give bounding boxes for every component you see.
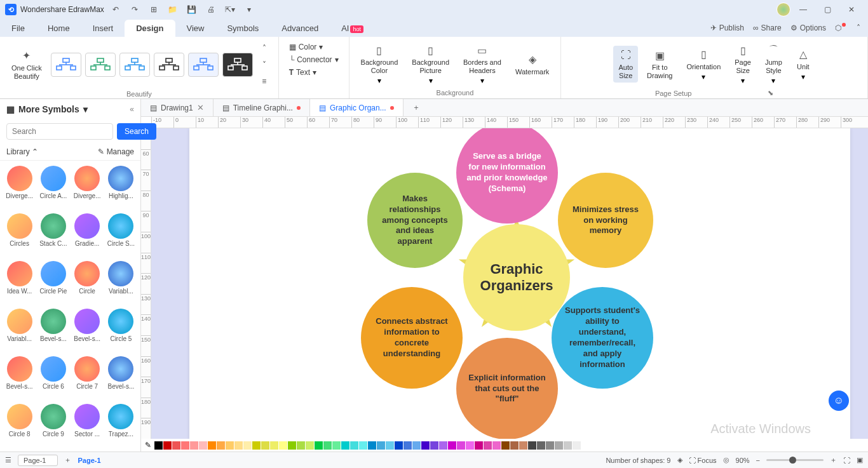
color-swatch[interactable] xyxy=(163,441,172,450)
color-swatch[interactable] xyxy=(457,441,465,450)
symbol-item[interactable]: Circle 6 xyxy=(37,355,69,400)
color-swatch[interactable] xyxy=(439,441,447,450)
redo-button[interactable]: ↷ xyxy=(127,2,142,17)
color-swatch[interactable] xyxy=(154,441,163,450)
page-dropdown[interactable]: Page-1 xyxy=(18,455,58,466)
symbol-item[interactable]: Gradie... xyxy=(72,212,103,257)
color-swatch[interactable] xyxy=(288,441,296,450)
color-swatch[interactable] xyxy=(501,441,510,450)
color-swatch[interactable] xyxy=(430,441,438,450)
color-swatch[interactable] xyxy=(368,441,376,450)
notifications-button[interactable]: ⬡ xyxy=(835,23,848,32)
color-swatch[interactable] xyxy=(306,441,314,450)
active-page-tab[interactable]: Page-1 xyxy=(78,457,100,464)
color-swatch[interactable] xyxy=(421,441,430,450)
tab-insert[interactable]: Insert xyxy=(81,20,125,37)
center-bubble[interactable]: Graphic Organizers xyxy=(463,224,570,331)
color-swatch[interactable] xyxy=(243,441,252,450)
color-swatch[interactable] xyxy=(252,441,261,450)
symbol-item[interactable]: Bevel-s... xyxy=(105,355,137,400)
theme-thumb-6[interactable] xyxy=(222,53,253,77)
panels-button[interactable]: ▣ xyxy=(857,456,863,464)
theme-thumb-3[interactable] xyxy=(119,53,150,77)
symbol-item[interactable]: Sector ... xyxy=(72,403,103,448)
color-swatch[interactable] xyxy=(528,441,536,450)
color-swatch[interactable] xyxy=(350,441,358,450)
symbol-item[interactable]: Circle 8 xyxy=(4,403,35,448)
color-swatch[interactable] xyxy=(199,441,207,450)
symbol-item[interactable]: Idea W... xyxy=(4,260,35,305)
dialog-launcher-icon[interactable]: ⬊ xyxy=(768,89,773,97)
symbol-item[interactable]: Bevel-s... xyxy=(4,355,35,400)
undo-button[interactable]: ↶ xyxy=(108,2,123,17)
color-swatch[interactable] xyxy=(341,441,349,450)
color-swatch[interactable] xyxy=(377,441,385,450)
tab-ai[interactable]: AIhot xyxy=(330,20,375,37)
color-swatch[interactable] xyxy=(386,441,394,450)
color-swatch[interactable] xyxy=(332,441,341,450)
symbol-item[interactable]: Circle Pie xyxy=(37,260,69,305)
user-avatar[interactable] xyxy=(776,3,790,17)
tab-home[interactable]: Home xyxy=(36,20,81,37)
symbol-item[interactable]: Circle 5 xyxy=(105,307,137,352)
symbol-item[interactable]: Variabl... xyxy=(4,307,35,352)
color-swatch[interactable] xyxy=(359,441,367,450)
color-swatch[interactable] xyxy=(466,441,474,450)
theme-thumb-1[interactable] xyxy=(51,53,81,77)
color-swatch[interactable] xyxy=(519,441,527,450)
minimize-button[interactable]: — xyxy=(792,1,815,18)
text-dropdown[interactable]: T Text ▾ xyxy=(285,66,320,79)
tab-design[interactable]: Design xyxy=(125,20,175,37)
orientation-button[interactable]: ▯Orientation▾ xyxy=(681,45,726,84)
pages-list-button[interactable]: ☰ xyxy=(5,456,11,464)
color-swatch[interactable] xyxy=(323,441,332,450)
close-button[interactable]: ✕ xyxy=(840,1,863,18)
symbol-item[interactable]: Circle xyxy=(72,260,103,305)
symbol-item[interactable]: Circle A... xyxy=(37,164,69,210)
color-swatch[interactable] xyxy=(573,441,581,450)
background-color-button[interactable]: ▯Background Color▾ xyxy=(356,41,403,88)
borders-headers-button[interactable]: ▭Borders and Headers▾ xyxy=(458,41,506,88)
one-click-beautify-button[interactable]: ✦ One Click Beautify xyxy=(6,46,47,83)
color-swatch[interactable] xyxy=(403,441,412,450)
color-swatch[interactable] xyxy=(555,441,563,450)
search-input[interactable] xyxy=(6,123,113,140)
assistant-fab[interactable]: ☺ xyxy=(829,391,849,411)
open-button[interactable]: 📁 xyxy=(165,2,180,17)
bubble-schema[interactable]: Serve as a bridge for new information an… xyxy=(456,128,558,224)
color-swatch[interactable] xyxy=(564,441,572,450)
theme-more-button[interactable]: ≡ xyxy=(257,74,272,89)
tab-symbols[interactable]: Symbols xyxy=(215,20,270,37)
symbol-item[interactable]: Highlig... xyxy=(105,164,137,210)
page-size-button[interactable]: ▯Page Size▾ xyxy=(729,41,756,88)
tab-file[interactable]: File xyxy=(0,20,36,37)
manage-button[interactable]: ✎ Manage xyxy=(98,147,134,156)
theme-thumb-4[interactable] xyxy=(154,53,184,77)
theme-thumb-2[interactable] xyxy=(85,53,116,77)
symbol-item[interactable]: Bevel-s... xyxy=(72,307,103,352)
color-swatch[interactable] xyxy=(484,441,492,450)
focus-button[interactable]: ⛶ Focus xyxy=(689,457,717,464)
color-swatch[interactable] xyxy=(172,441,180,450)
save-button[interactable]: 💾 xyxy=(184,2,200,17)
symbol-item[interactable]: Trapez... xyxy=(105,403,137,448)
color-swatch[interactable] xyxy=(315,441,323,450)
jump-style-button[interactable]: ⌒Jump Style▾ xyxy=(760,41,787,88)
color-swatch[interactable] xyxy=(190,441,198,450)
bubble-explicit[interactable]: Explicit information that cuts out the "… xyxy=(456,338,558,439)
new-button[interactable]: ⊞ xyxy=(146,2,161,17)
fit-page-button[interactable]: ◎ xyxy=(723,456,729,464)
doctab-timeline[interactable]: ▤Timeline Graphi... xyxy=(214,99,310,116)
unit-button[interactable]: △Unit▾ xyxy=(791,45,815,84)
symbol-item[interactable]: Circle 7 xyxy=(72,355,103,400)
color-swatch[interactable] xyxy=(448,441,456,450)
export-button[interactable]: ⇱▾ xyxy=(222,2,238,17)
color-swatch[interactable] xyxy=(412,441,421,450)
zoom-in-button[interactable]: ＋ xyxy=(830,455,837,465)
theme-thumb-5[interactable] xyxy=(188,53,219,77)
bubble-support[interactable]: Supports student's ability to understand… xyxy=(552,287,653,389)
tab-advanced[interactable]: Advanced xyxy=(270,20,330,37)
bubble-relationships[interactable]: Makes relationships among concepts and i… xyxy=(367,173,463,268)
collapse-panel-button[interactable]: « xyxy=(130,105,134,114)
eyedropper-icon[interactable]: ✎ xyxy=(145,441,151,450)
